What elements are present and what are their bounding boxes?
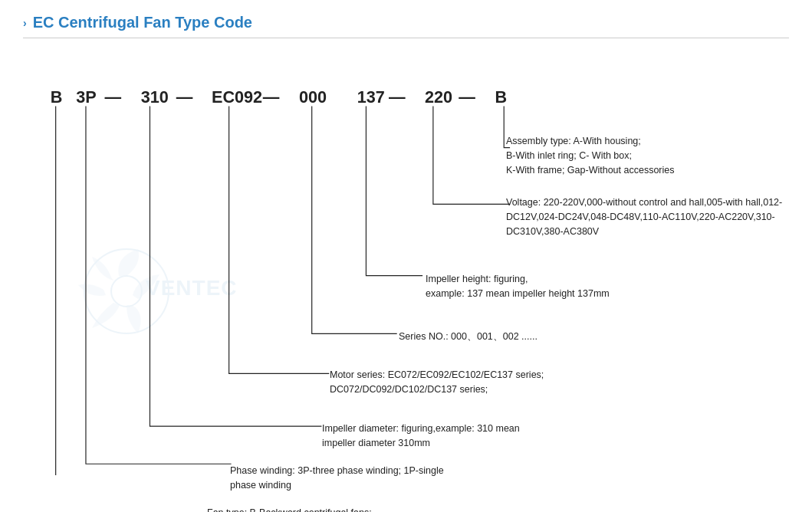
- svg-text:220: 220: [425, 87, 452, 107]
- annotation-assembly: Assembly type: A-With housing; B-With in…: [506, 134, 675, 177]
- diagram-area: VENTEC B 3P — 310 — EC092 — 000 137 —: [23, 46, 789, 475]
- svg-text:—: —: [263, 87, 280, 107]
- svg-text:—: —: [176, 87, 193, 107]
- annotation-impeller-diameter: Impeller diameter: figuring,example: 310…: [322, 422, 520, 451]
- page-container: › EC Centrifugal Fan Type Code: [0, 0, 812, 512]
- svg-text:B: B: [495, 87, 507, 107]
- svg-text:VENTEC: VENTEC: [146, 276, 238, 300]
- svg-point-0: [84, 249, 169, 333]
- annotation-fan-type: Fan type: B-Backward centrifugal fans; F…: [207, 506, 372, 512]
- annotation-impeller-height: Impeller height: figuring, example: 137 …: [426, 272, 610, 301]
- annotation-phase: Phase winding: 3P-three phase winding; 1…: [230, 464, 444, 493]
- title-chevron-icon: ›: [23, 17, 27, 29]
- svg-text:—: —: [389, 87, 406, 107]
- page-title: EC Centrifugal Fan Type Code: [33, 14, 252, 31]
- title-row: › EC Centrifugal Fan Type Code: [23, 14, 789, 38]
- annotation-motor: Motor series: EC072/EC092/EC102/EC137 se…: [330, 368, 544, 397]
- watermark: VENTEC: [69, 222, 238, 360]
- svg-text:3P: 3P: [76, 87, 96, 107]
- svg-text:000: 000: [299, 87, 327, 107]
- svg-text:310: 310: [141, 87, 169, 107]
- annotation-voltage: Voltage: 220-220V,000-without control an…: [506, 195, 789, 238]
- svg-text:137: 137: [357, 87, 385, 107]
- svg-text:EC092: EC092: [212, 87, 262, 107]
- svg-text:—: —: [105, 87, 122, 107]
- annotation-series: Series NO.: 000、001、002 ......: [399, 330, 537, 344]
- svg-text:—: —: [459, 87, 475, 107]
- svg-text:B: B: [51, 87, 63, 107]
- svg-point-1: [111, 276, 142, 307]
